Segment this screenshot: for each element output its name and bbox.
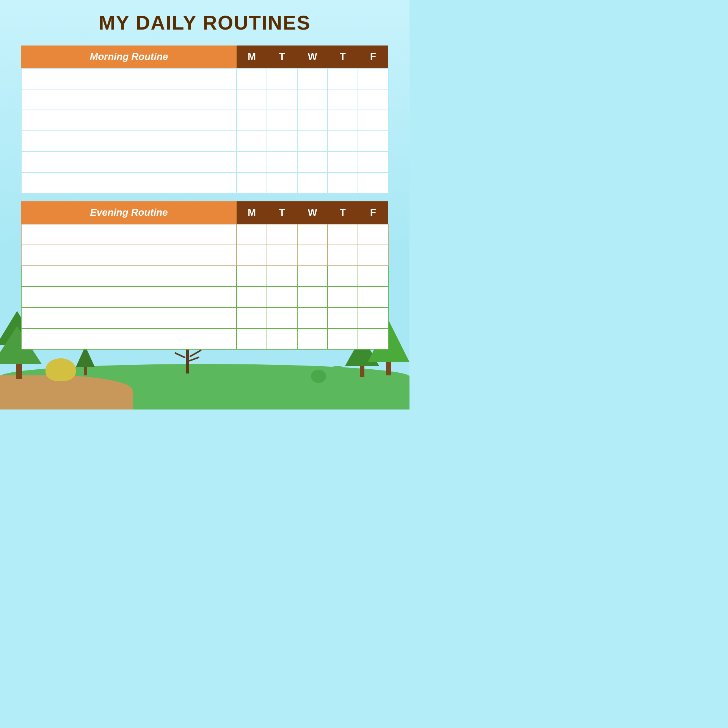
evening-check-1-T1[interactable] xyxy=(267,224,297,245)
evening-check-6-F[interactable] xyxy=(358,328,388,349)
evening-check-1-W[interactable] xyxy=(297,224,328,245)
evening-day-F: F xyxy=(358,201,388,224)
evening-check-3-W[interactable] xyxy=(297,266,328,287)
evening-check-6-M[interactable] xyxy=(237,328,267,349)
evening-check-2-F[interactable] xyxy=(358,245,388,266)
morning-task-6[interactable] xyxy=(21,173,237,193)
evening-day-T1: T xyxy=(267,201,297,224)
evening-check-5-M[interactable] xyxy=(237,308,267,328)
evening-row-1 xyxy=(21,224,388,245)
morning-check-3-T2[interactable] xyxy=(328,110,358,131)
morning-check-1-T2[interactable] xyxy=(328,68,358,89)
evening-check-3-F[interactable] xyxy=(358,266,388,287)
morning-check-5-T1[interactable] xyxy=(267,152,297,173)
morning-check-6-T1[interactable] xyxy=(267,173,297,193)
evening-check-4-T1[interactable] xyxy=(267,287,297,308)
evening-check-1-F[interactable] xyxy=(358,224,388,245)
morning-check-4-W[interactable] xyxy=(297,131,328,152)
evening-check-5-W[interactable] xyxy=(297,308,328,328)
evening-day-T2: T xyxy=(328,201,358,224)
morning-check-1-W[interactable] xyxy=(297,68,328,89)
morning-check-5-T2[interactable] xyxy=(328,152,358,173)
morning-check-4-T1[interactable] xyxy=(267,131,297,152)
morning-row-1 xyxy=(21,68,388,89)
bush-right-2 xyxy=(311,370,326,383)
morning-task-5[interactable] xyxy=(21,152,237,173)
morning-check-2-W[interactable] xyxy=(297,89,328,110)
evening-task-5[interactable] xyxy=(21,308,237,328)
evening-check-2-T2[interactable] xyxy=(328,245,358,266)
evening-section: Evening Routine M T W T F xyxy=(21,201,389,350)
morning-row-3 xyxy=(21,110,388,131)
morning-day-W: W xyxy=(297,46,328,68)
evening-check-6-T1[interactable] xyxy=(267,328,297,349)
morning-check-2-T2[interactable] xyxy=(328,89,358,110)
evening-task-4[interactable] xyxy=(21,287,237,308)
evening-check-2-M[interactable] xyxy=(237,245,267,266)
morning-check-5-M[interactable] xyxy=(237,152,267,173)
evening-day-M: M xyxy=(237,201,267,224)
morning-check-2-T1[interactable] xyxy=(267,89,297,110)
evening-row-3 xyxy=(21,266,388,287)
morning-row-6 xyxy=(21,173,388,193)
morning-check-1-T1[interactable] xyxy=(267,68,297,89)
morning-row-5 xyxy=(21,152,388,173)
morning-day-M: M xyxy=(237,46,267,68)
morning-check-1-F[interactable] xyxy=(358,68,388,89)
morning-section: Morning Routine M T W T F xyxy=(21,46,389,194)
morning-table: Morning Routine M T W T F xyxy=(21,46,389,194)
evening-check-2-T1[interactable] xyxy=(267,245,297,266)
morning-check-5-F[interactable] xyxy=(358,152,388,173)
evening-check-6-W[interactable] xyxy=(297,328,328,349)
morning-check-6-M[interactable] xyxy=(237,173,267,193)
morning-check-3-W[interactable] xyxy=(297,110,328,131)
evening-check-4-M[interactable] xyxy=(237,287,267,308)
morning-task-4[interactable] xyxy=(21,131,237,152)
morning-check-3-M[interactable] xyxy=(237,110,267,131)
evening-task-6[interactable] xyxy=(21,328,237,349)
morning-check-4-F[interactable] xyxy=(358,131,388,152)
evening-check-4-F[interactable] xyxy=(358,287,388,308)
evening-day-W: W xyxy=(297,201,328,224)
evening-check-3-T2[interactable] xyxy=(328,266,358,287)
morning-day-F: F xyxy=(358,46,388,68)
morning-row-2 xyxy=(21,89,388,110)
morning-check-4-T2[interactable] xyxy=(328,131,358,152)
evening-check-5-T1[interactable] xyxy=(267,308,297,328)
morning-task-3[interactable] xyxy=(21,110,237,131)
evening-check-5-T2[interactable] xyxy=(328,308,358,328)
evening-check-1-M[interactable] xyxy=(237,224,267,245)
morning-check-3-F[interactable] xyxy=(358,110,388,131)
morning-check-2-M[interactable] xyxy=(237,89,267,110)
morning-check-6-F[interactable] xyxy=(358,173,388,193)
evening-task-3[interactable] xyxy=(21,266,237,287)
evening-row-5 xyxy=(21,308,388,328)
evening-check-1-T2[interactable] xyxy=(328,224,358,245)
morning-check-6-T2[interactable] xyxy=(328,173,358,193)
morning-day-T1: T xyxy=(267,46,297,68)
evening-task-2[interactable] xyxy=(21,245,237,266)
morning-task-1[interactable] xyxy=(21,68,237,89)
evening-check-3-M[interactable] xyxy=(237,266,267,287)
evening-row-6 xyxy=(21,328,388,349)
morning-row-4 xyxy=(21,131,388,152)
morning-check-5-W[interactable] xyxy=(297,152,328,173)
evening-check-5-F[interactable] xyxy=(358,308,388,328)
page-content: MY DAILY ROUTINES Morning Routine M T W … xyxy=(0,0,410,365)
evening-check-4-W[interactable] xyxy=(297,287,328,308)
morning-check-1-M[interactable] xyxy=(237,68,267,89)
evening-task-1[interactable] xyxy=(21,224,237,245)
page-title: MY DAILY ROUTINES xyxy=(21,11,389,34)
morning-check-6-W[interactable] xyxy=(297,173,328,193)
evening-check-6-T2[interactable] xyxy=(328,328,358,349)
morning-task-2[interactable] xyxy=(21,89,237,110)
evening-check-3-T1[interactable] xyxy=(267,266,297,287)
evening-row-4 xyxy=(21,287,388,308)
morning-check-4-M[interactable] xyxy=(237,131,267,152)
bush-right-1 xyxy=(326,366,349,383)
evening-check-4-T2[interactable] xyxy=(328,287,358,308)
morning-check-2-F[interactable] xyxy=(358,89,388,110)
morning-check-3-T1[interactable] xyxy=(267,110,297,131)
morning-day-T2: T xyxy=(328,46,358,68)
evening-check-2-W[interactable] xyxy=(297,245,328,266)
